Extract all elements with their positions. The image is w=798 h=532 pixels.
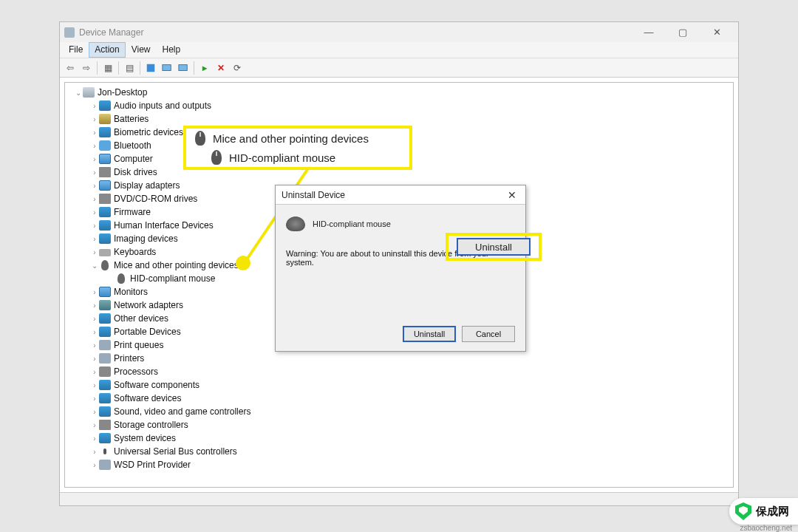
menu-view[interactable]: View <box>126 42 157 58</box>
mouse-icon <box>211 150 222 165</box>
chevron-icon[interactable]: › <box>90 368 99 376</box>
toolbar-update-icon[interactable]: ⟳ <box>230 61 245 75</box>
site-url: zsbaocheng.net <box>740 524 792 532</box>
chevron-icon[interactable]: › <box>90 328 99 336</box>
tree-item[interactable]: › Software components <box>65 378 733 392</box>
uninstall-button[interactable]: Uninstall <box>403 326 456 342</box>
chevron-icon[interactable]: › <box>90 355 99 363</box>
callout-uninstall-button: Uninstall <box>446 233 542 261</box>
cancel-button[interactable]: Cancel <box>462 326 515 342</box>
dialog-title: Uninstall Device <box>282 190 345 200</box>
toolbar-help-icon[interactable] <box>143 61 158 75</box>
device-icon <box>99 353 111 364</box>
chevron-icon[interactable]: › <box>90 421 99 429</box>
minimize-button[interactable]: — <box>632 22 666 42</box>
uninstall-dialog: Uninstall Device ✕ HID-compliant mouse W… <box>275 185 526 352</box>
uninstall-button-highlighted[interactable]: Uninstall <box>457 238 531 256</box>
device-icon <box>99 140 111 151</box>
device-icon <box>99 249 111 256</box>
tree-item-label: Monitors <box>114 287 148 297</box>
chevron-icon[interactable]: › <box>90 461 99 469</box>
toolbar-back-icon[interactable]: ⇦ <box>63 61 78 75</box>
tree-item[interactable]: › Printers <box>65 352 733 365</box>
device-icon <box>99 460 111 470</box>
chevron-icon[interactable]: ⌄ <box>90 262 99 270</box>
chevron-icon[interactable]: › <box>90 195 99 203</box>
chevron-icon[interactable]: › <box>90 301 99 310</box>
chevron-icon[interactable]: › <box>90 142 99 150</box>
toolbar-monitor-icon[interactable] <box>176 61 191 75</box>
statusbar <box>60 492 738 505</box>
tree-item[interactable]: › Sound, video and game controllers <box>65 405 733 418</box>
toolbar: ⇦ ⇨ ▦ ▤ ▸ ✕ ⟳ <box>60 58 738 78</box>
device-icon <box>99 167 111 177</box>
tree-item[interactable]: › Processors <box>65 365 733 378</box>
close-button[interactable]: ✕ <box>700 22 734 42</box>
chevron-icon[interactable]: › <box>90 129 99 137</box>
titlebar: Device Manager — ▢ ✕ <box>60 22 738 42</box>
chevron-icon[interactable]: › <box>90 222 99 230</box>
device-icon <box>99 233 111 244</box>
tree-item[interactable]: › Universal Serial Bus controllers <box>65 445 733 458</box>
window-title: Device Manager <box>79 27 143 38</box>
chevron-icon[interactable]: › <box>90 341 99 349</box>
tree-item-label: Printers <box>114 353 144 364</box>
toolbar-forward-icon[interactable]: ⇨ <box>79 61 94 75</box>
chevron-icon[interactable]: › <box>90 395 99 403</box>
chevron-icon[interactable]: › <box>90 434 99 443</box>
menu-help[interactable]: Help <box>157 42 187 58</box>
chevron-icon[interactable]: › <box>90 155 99 163</box>
tree-item[interactable]: › Batteries <box>65 112 733 126</box>
callout-line2: HID-compliant mouse <box>229 151 335 164</box>
device-icon <box>99 406 111 417</box>
device-icon <box>101 260 109 270</box>
tree-item[interactable]: › Audio inputs and outputs <box>65 99 733 112</box>
dialog-close-button[interactable]: ✕ <box>505 189 519 201</box>
tree-item[interactable]: › System devices <box>65 432 733 445</box>
chevron-icon[interactable]: › <box>90 168 99 177</box>
chevron-icon[interactable]: › <box>90 408 99 416</box>
toolbar-add-icon[interactable]: ▸ <box>197 61 212 75</box>
chevron-icon[interactable]: › <box>90 248 99 256</box>
tree-item-label: Audio inputs and outputs <box>114 100 211 111</box>
chevron-icon[interactable]: › <box>90 288 99 296</box>
device-icon <box>99 127 111 137</box>
shield-icon <box>735 502 751 520</box>
tree-item-label: HID-compliant mouse <box>130 273 215 284</box>
tree-item[interactable]: › WSD Print Provider <box>65 458 733 471</box>
tree-item-label: WSD Print Provider <box>114 460 191 470</box>
tree-item[interactable]: › Storage controllers <box>65 418 733 432</box>
dialog-titlebar: Uninstall Device ✕ <box>276 185 525 205</box>
tree-item[interactable]: › Software devices <box>65 392 733 405</box>
chevron-icon[interactable]: › <box>90 381 99 389</box>
chevron-icon[interactable]: › <box>90 182 99 190</box>
device-icon <box>99 300 111 310</box>
menu-file[interactable]: File <box>63 42 89 58</box>
chevron-icon[interactable]: › <box>90 315 99 323</box>
menu-action[interactable]: Action <box>89 42 125 58</box>
maximize-button[interactable]: ▢ <box>666 22 700 42</box>
device-icon <box>99 366 111 377</box>
device-icon <box>117 273 125 284</box>
toolbar-delete-icon[interactable]: ✕ <box>214 61 228 75</box>
toolbar-show-hide-icon[interactable]: ▦ <box>100 61 115 75</box>
chevron-icon[interactable]: › <box>90 235 99 243</box>
device-icon <box>103 449 106 454</box>
toolbar-properties-icon[interactable]: ▤ <box>122 61 137 75</box>
mouse-icon <box>195 131 205 146</box>
tree-item-label: Other devices <box>114 313 168 324</box>
chevron-icon[interactable]: › <box>90 115 99 123</box>
chevron-icon[interactable]: › <box>90 208 99 216</box>
tree-root[interactable]: ⌄ Jon-Desktop <box>65 86 733 99</box>
tree-item-label: Universal Serial Bus controllers <box>114 446 237 457</box>
tree-item-label: Network adapters <box>114 300 183 310</box>
toolbar-scan-icon[interactable] <box>160 61 174 75</box>
tree-item-label: Biometric devices <box>114 127 183 137</box>
chevron-icon[interactable]: › <box>90 448 99 456</box>
tree-item-label: System devices <box>114 433 176 443</box>
tree-item-label: Bluetooth <box>114 140 151 151</box>
chevron-icon[interactable]: › <box>90 102 99 110</box>
app-icon <box>64 27 75 38</box>
chevron-down-icon[interactable]: ⌄ <box>74 89 83 97</box>
computer-icon <box>83 87 95 98</box>
